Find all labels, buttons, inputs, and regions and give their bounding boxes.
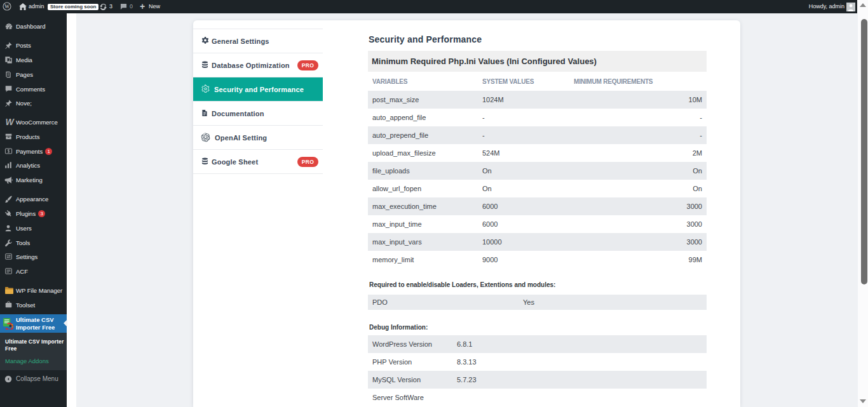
svg-text:W: W — [4, 4, 10, 10]
svg-text:W: W — [5, 118, 15, 126]
